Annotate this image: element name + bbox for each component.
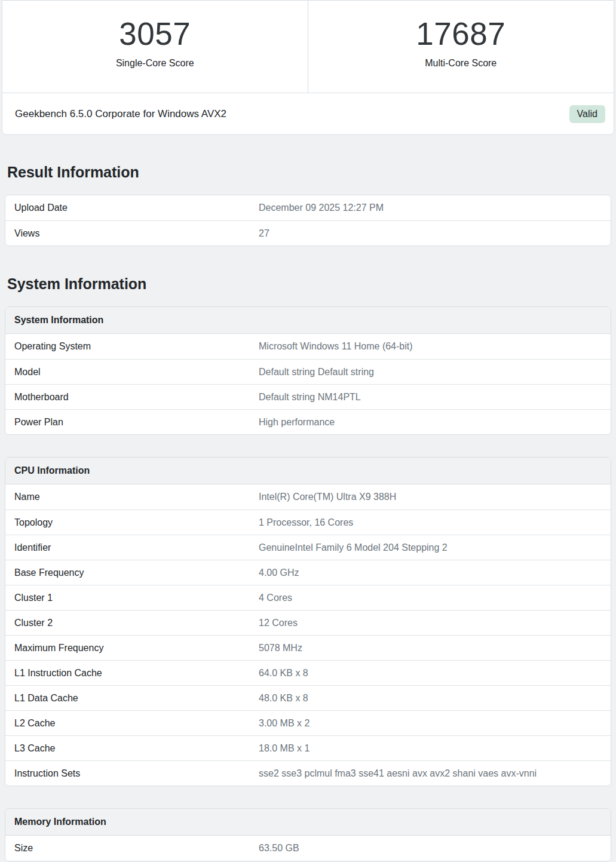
system-information-heading: System Information — [5, 275, 611, 293]
row-value: Default string NM14PTL — [259, 392, 611, 403]
table-row: Operating SystemMicrosoft Windows 11 Hom… — [5, 334, 611, 359]
row-value: 4 Cores — [259, 593, 611, 603]
table-row: Base Frequency4.00 GHz — [5, 560, 611, 585]
row-value: 27 — [259, 228, 611, 239]
table-row: Instruction Setssse2 sse3 pclmul fma3 ss… — [5, 760, 611, 786]
row-label: Upload Date — [5, 203, 259, 213]
single-core-score-label: Single-Core Score — [116, 58, 194, 69]
multi-core-score-cell: 17687 Multi-Core Score — [308, 1, 614, 93]
table-row: L3 Cache18.0 MB x 1 — [5, 735, 611, 760]
table-row: Cluster 14 Cores — [5, 585, 611, 610]
benchmark-title: Geekbench 6.5.0 Corporate for Windows AV… — [15, 108, 226, 120]
table-row: Views27 — [5, 220, 611, 246]
table-row: IdentifierGenuineIntel Family 6 Model 20… — [5, 535, 611, 560]
row-label: L3 Cache — [5, 743, 259, 754]
row-label: Operating System — [5, 341, 259, 352]
table-row: Topology1 Processor, 16 Cores — [5, 510, 611, 535]
table-row: L1 Instruction Cache64.0 KB x 8 — [5, 660, 611, 685]
cpu-information-table-header: CPU Information — [5, 458, 611, 484]
row-value: December 09 2025 12:27 PM — [259, 203, 611, 213]
cpu-information-card: CPU Information NameIntel(R) Core(TM) Ul… — [5, 457, 611, 786]
page-content: Result Information Upload DateDecember 0… — [5, 163, 611, 861]
row-label: Power Plan — [5, 417, 259, 428]
row-value: 4.00 GHz — [259, 567, 611, 578]
multi-core-score-value: 17687 — [416, 16, 505, 53]
row-label: Instruction Sets — [5, 768, 259, 779]
system-information-table-header: System Information — [5, 307, 611, 334]
table-row: NameIntel(R) Core(TM) Ultra X9 388H — [5, 484, 611, 510]
row-value: 64.0 KB x 8 — [259, 668, 611, 679]
row-label: Model — [5, 367, 259, 378]
single-core-score-value: 3057 — [119, 16, 191, 53]
table-row: Upload DateDecember 09 2025 12:27 PM — [5, 195, 611, 220]
score-summary-card: 3057 Single-Core Score 17687 Multi-Core … — [2, 0, 614, 135]
valid-badge: Valid — [569, 105, 605, 123]
table-row: ModelDefault string Default string — [5, 359, 611, 384]
row-label: Cluster 2 — [5, 618, 259, 628]
table-row: Maximum Frequency5078 MHz — [5, 635, 611, 660]
score-cells: 3057 Single-Core Score 17687 Multi-Core … — [2, 1, 614, 93]
row-value: 1 Processor, 16 Cores — [259, 517, 611, 528]
row-value: 5078 MHz — [259, 643, 611, 654]
row-label: L1 Instruction Cache — [5, 668, 259, 679]
result-information-card: Upload DateDecember 09 2025 12:27 PMView… — [5, 195, 611, 246]
row-label: L2 Cache — [5, 718, 259, 729]
row-value: GenuineIntel Family 6 Model 204 Stepping… — [259, 542, 611, 553]
row-value: Intel(R) Core(TM) Ultra X9 388H — [259, 492, 611, 502]
single-core-score-cell: 3057 Single-Core Score — [2, 1, 308, 93]
multi-core-score-label: Multi-Core Score — [425, 58, 497, 69]
row-label: Cluster 1 — [5, 593, 259, 603]
row-value: High performance — [259, 417, 611, 428]
row-label: Identifier — [5, 542, 259, 553]
row-label: Motherboard — [5, 392, 259, 403]
row-label: Name — [5, 492, 259, 502]
row-label: Views — [5, 228, 259, 239]
row-value: 48.0 KB x 8 — [259, 693, 611, 704]
row-label: Topology — [5, 517, 259, 528]
row-value: 18.0 MB x 1 — [259, 743, 611, 754]
row-value: Default string Default string — [259, 367, 611, 378]
row-label: Size — [5, 843, 259, 854]
row-value: 3.00 MB x 2 — [259, 718, 611, 729]
table-row: L2 Cache3.00 MB x 2 — [5, 710, 611, 735]
row-value: 63.50 GB — [259, 843, 611, 854]
table-row: L1 Data Cache48.0 KB x 8 — [5, 685, 611, 710]
row-label: Base Frequency — [5, 567, 259, 578]
row-value: sse2 sse3 pclmul fma3 sse41 aesni avx av… — [259, 768, 611, 779]
table-row: Power PlanHigh performance — [5, 409, 611, 434]
memory-information-card: Memory Information Size63.50 GB — [5, 808, 611, 861]
table-row: Cluster 212 Cores — [5, 610, 611, 635]
row-label: L1 Data Cache — [5, 693, 259, 704]
result-information-heading: Result Information — [5, 163, 611, 181]
system-information-card: System Information Operating SystemMicro… — [5, 306, 611, 435]
table-row: MotherboardDefault string NM14PTL — [5, 384, 611, 409]
benchmark-title-row: Geekbench 6.5.0 Corporate for Windows AV… — [2, 93, 614, 134]
row-value: 12 Cores — [259, 618, 611, 628]
table-row: Size63.50 GB — [5, 836, 611, 861]
row-value: Microsoft Windows 11 Home (64-bit) — [259, 341, 611, 352]
memory-information-table-header: Memory Information — [5, 809, 611, 836]
row-label: Maximum Frequency — [5, 643, 259, 654]
